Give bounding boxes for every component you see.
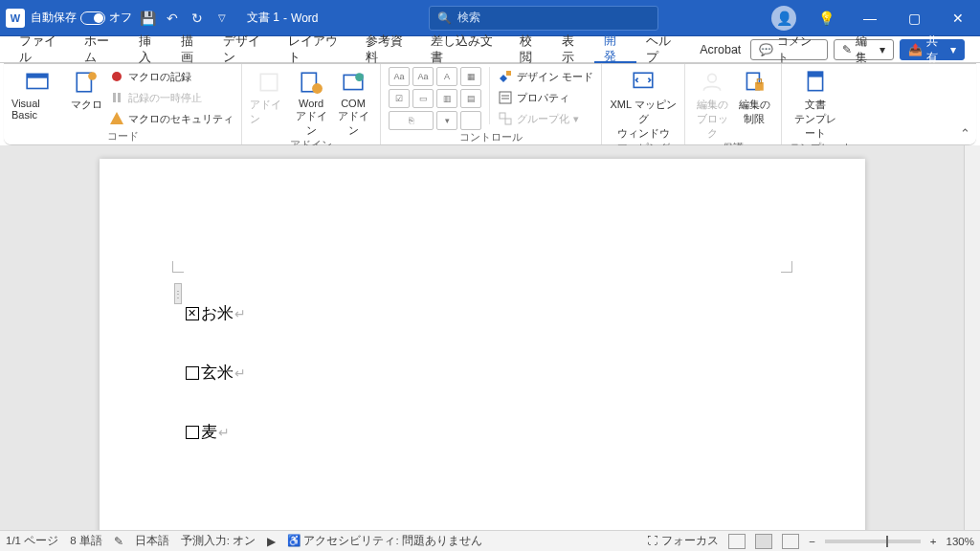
page-count[interactable]: 1/1 ページ	[6, 534, 58, 548]
svg-rect-1	[27, 74, 48, 77]
tell-me-icon[interactable]: 💡	[804, 0, 848, 36]
toggle-icon	[80, 11, 105, 25]
tab-Acrobat[interactable]: Acrobat	[690, 36, 750, 63]
svg-rect-13	[500, 92, 511, 103]
svg-point-9	[312, 83, 323, 94]
zoom-out-button[interactable]: −	[809, 536, 815, 547]
editing-mode-button[interactable]: ✎ 編集 ▾	[834, 39, 894, 60]
status-bar: 1/1 ページ 8 単語 ✎ 日本語 予測入力: オン ▶ ♿ アクセシビリティ…	[0, 530, 980, 551]
spellcheck-icon[interactable]: ✎	[114, 535, 123, 548]
svg-point-19	[708, 74, 717, 82]
document-line[interactable]: 玄米↵	[186, 362, 246, 384]
save-icon[interactable]: 💾	[138, 9, 157, 28]
svg-point-11	[355, 73, 364, 81]
focus-mode-button[interactable]: ⛶ フォーカス	[647, 534, 719, 548]
tab-ファイル[interactable]: ファイル	[10, 36, 75, 63]
control-gallery[interactable]: AaAaA▦ ☑▭▥▤ ⎘▾	[389, 67, 481, 130]
search-input[interactable]: 🔍 検索	[429, 6, 658, 31]
block-icon	[699, 69, 725, 96]
zoom-slider[interactable]	[825, 540, 921, 543]
undo-icon[interactable]: ↶	[163, 9, 182, 28]
web-layout-button[interactable]	[782, 534, 799, 549]
macro-security-button[interactable]: マクロのセキュリティ	[109, 109, 234, 128]
tab-描画[interactable]: 描画	[171, 36, 213, 63]
svg-rect-17	[505, 119, 511, 124]
tab-校閲[interactable]: 校閲	[510, 36, 552, 63]
autosave-state: オフ	[109, 10, 132, 26]
checkbox-content-control[interactable]	[186, 366, 199, 380]
paragraph-mark-icon: ↵	[234, 365, 246, 381]
zoom-level[interactable]: 130%	[947, 536, 974, 547]
tab-差し込み文書[interactable]: 差し込み文書	[421, 36, 510, 63]
xml-icon	[630, 69, 657, 96]
group-icon	[498, 111, 513, 126]
group-template: 文書 テンプレート テンプレート	[782, 64, 860, 144]
comments-button[interactable]: 💬 コメント	[750, 39, 828, 60]
addins-button: アドイン	[250, 67, 288, 126]
word-addins-button[interactable]: Word アドイン	[292, 67, 330, 138]
template-icon	[802, 69, 829, 96]
print-layout-button[interactable]	[755, 534, 772, 549]
language-status[interactable]: 日本語	[135, 534, 169, 548]
tab-ホーム[interactable]: ホーム	[75, 36, 128, 63]
ime-status[interactable]: 予測入力: オン	[181, 534, 256, 548]
tab-開発[interactable]: 開発	[594, 36, 636, 63]
com-addin-icon	[340, 69, 367, 96]
group-addins: アドイン Word アドイン COM アドイン アドイン	[242, 64, 381, 144]
design-mode-icon	[498, 69, 513, 84]
addin-icon	[256, 69, 282, 96]
account-avatar[interactable]: 👤	[771, 6, 796, 31]
line-text: 麦	[201, 421, 217, 443]
app-name: Word	[291, 11, 318, 25]
ribbon-developer: Visual Basic マクロ マクロの記録 記録の一時停止 マクロのセキュリ…	[4, 64, 976, 144]
group-protect: 編集の ブロック 編集の 制限 保護	[685, 64, 782, 144]
macros-button[interactable]: マクロ	[67, 67, 105, 112]
design-mode-button[interactable]: デザイン モード	[498, 67, 593, 86]
tab-レイアウト[interactable]: レイアウト	[278, 36, 355, 63]
titlebar: W 自動保存 オフ 💾 ↶ ↻ ▽ 文書 1 - Word 🔍 検索 👤 💡 —…	[0, 0, 980, 36]
xml-mapping-button[interactable]: XML マッピング ウィンドウ	[610, 67, 677, 141]
properties-button[interactable]: プロパティ	[498, 88, 593, 107]
line-text: 玄米	[201, 362, 234, 384]
share-button[interactable]: 📤 共有 ▾	[900, 39, 965, 60]
document-workspace: ✕お米↵玄米↵麦↵	[0, 145, 980, 530]
word-count[interactable]: 8 単語	[70, 534, 102, 548]
document-line[interactable]: 麦↵	[186, 421, 230, 443]
svg-point-4	[112, 72, 122, 81]
restrict-editing-button[interactable]: 編集の 制限	[735, 67, 773, 126]
visual-basic-button[interactable]: Visual Basic	[11, 67, 63, 121]
record-icon	[109, 69, 124, 84]
close-button[interactable]: ✕	[936, 0, 980, 36]
tab-デザイン[interactable]: デザイン	[213, 36, 278, 63]
zoom-in-button[interactable]: +	[930, 536, 937, 547]
svg-rect-7	[260, 74, 277, 90]
content-control-handle[interactable]	[174, 283, 182, 304]
paragraph-mark-icon: ↵	[218, 425, 230, 440]
autosave-toggle[interactable]: 自動保存 オフ	[31, 10, 132, 26]
vertical-scrollbar[interactable]	[964, 145, 980, 530]
document-template-button[interactable]: 文書 テンプレート	[790, 67, 841, 141]
com-addins-button[interactable]: COM アドイン	[334, 67, 372, 138]
page[interactable]: ✕お米↵玄米↵麦↵	[100, 159, 865, 530]
tab-ヘルプ[interactable]: ヘルプ	[636, 36, 690, 63]
macro-status-icon[interactable]: ▶	[267, 535, 276, 548]
tab-表示[interactable]: 表示	[552, 36, 594, 63]
collapse-ribbon-button[interactable]: ⌃	[953, 64, 976, 144]
record-macro-button[interactable]: マクロの記録	[109, 67, 234, 86]
qat-customize-icon[interactable]: ▽	[212, 9, 232, 28]
redo-icon[interactable]: ↻	[188, 9, 207, 28]
checkbox-content-control[interactable]: ✕	[186, 307, 199, 320]
document-title: 文書 1	[247, 10, 279, 26]
document-line[interactable]: ✕お米↵	[186, 302, 246, 324]
svg-rect-16	[500, 113, 505, 119]
minimize-button[interactable]: —	[848, 0, 892, 36]
tab-挿入[interactable]: 挿入	[129, 36, 171, 63]
group-controls-button: グループ化 ▾	[498, 109, 593, 128]
read-mode-button[interactable]	[728, 534, 746, 549]
tab-参考資料[interactable]: 参考資料	[356, 36, 421, 63]
maximize-button[interactable]: ▢	[892, 0, 936, 36]
autosave-label: 自動保存	[31, 10, 77, 26]
checkbox-content-control[interactable]	[186, 426, 199, 439]
warning-icon	[109, 111, 124, 126]
accessibility-status[interactable]: ♿ アクセシビリティ: 問題ありません	[287, 534, 482, 548]
